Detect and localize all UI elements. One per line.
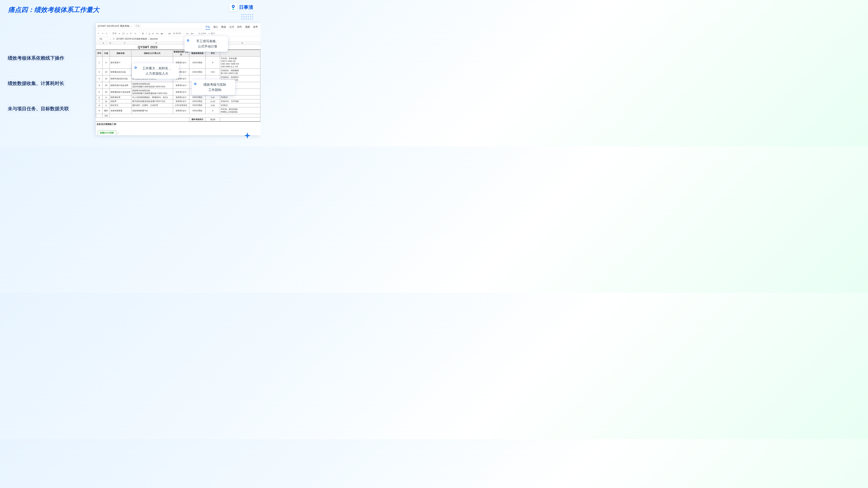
italic-icon[interactable]: I (146, 32, 146, 35)
table-row: 520销售额目标计划达成率依据每月的销售目标 实际销售额/计划销售额目标*100… (96, 89, 260, 95)
bullet-point-3: 未与项目任务、目标数据关联 (6, 105, 70, 112)
menu-view[interactable]: 视图 (245, 25, 250, 30)
column-headers[interactable]: A B C D E F G H (96, 41, 260, 45)
callout-disconnect: 绩效考核与实际 工作脱钩 (192, 79, 235, 95)
format-painter-icon[interactable]: ✎ (105, 32, 107, 35)
decorative-dots (241, 14, 253, 20)
underline-icon[interactable]: U (149, 32, 150, 35)
strike-icon[interactable]: A̶ (152, 32, 154, 35)
logo-icon (229, 3, 237, 11)
slide-title: 痛点四：绩效考核体系工作量大 (8, 5, 99, 14)
merge-dropdown[interactable]: ⊡ 合并▾ (198, 32, 206, 35)
align-left-icon[interactable]: ≡▾ (186, 32, 188, 35)
add-sheet-icon[interactable]: + (117, 132, 119, 134)
table-row: 9额外设备销售数量设备销售数量*5分财务部/会计ODOO系统0不封顶，新/旧设备… (96, 107, 260, 114)
sparkle-icon (244, 132, 251, 139)
wrap-dropdown[interactable]: ↵ 换行 (208, 32, 215, 35)
undo-icon[interactable]: ↶ (98, 32, 99, 35)
menu-insert[interactable]: 插入 (213, 25, 218, 30)
font-size[interactable]: 20 (122, 32, 124, 35)
logo-text: 日事清 (239, 4, 253, 10)
menu-start[interactable]: 开始 (206, 25, 210, 30)
sheet-merged-title: QYSMT 2023 -Jasmine (96, 45, 260, 50)
fill-color-icon[interactable]: ◆▾ (161, 32, 163, 35)
bold-icon[interactable]: B (142, 32, 144, 35)
readonly-badge: 只读 (134, 24, 141, 28)
align-v-icon[interactable]: ≣▾ (191, 32, 193, 35)
decrease-font-icon[interactable]: A⁻ (135, 32, 137, 35)
redo-icon[interactable]: ↷ (102, 32, 103, 35)
cell-reference[interactable]: A1 (98, 37, 108, 41)
increase-font-icon[interactable]: A⁺ (130, 32, 132, 35)
font-select[interactable]: 宋体 (112, 32, 117, 35)
footer-label: 业务员月度绩效工资: (96, 122, 260, 127)
kpi-table: 序号 分值 指标名称 指标定义/计算公式 数据提供部门/职位 数据来源依据 评分… (96, 50, 260, 122)
fx-icon[interactable]: ⌕ fx (110, 38, 115, 40)
bullet-point-1: 绩效考核体系依赖线下操作 (6, 54, 66, 62)
callout-manual-fill: 手工填写表格、 公式手动计算 (184, 36, 228, 52)
border-icon[interactable]: ⊞▾ (168, 32, 171, 35)
font-color-icon[interactable]: A▾ (156, 32, 158, 35)
logo: 日事清 (229, 3, 253, 11)
toolbar[interactable]: ↶ ↷ ✎ | 宋体 ▾ 20 ▾ A⁺ A⁻ | B I U A̶ A▾ ◆▾… (96, 31, 260, 36)
menu-data[interactable]: 数据 (221, 25, 226, 30)
svg-point-1 (232, 9, 235, 10)
spreadsheet-screenshot: QYSMT 2023年10月 绩效考核-… 只读 开始 插入 数据 公式 协作 … (96, 23, 260, 135)
formula-bar[interactable]: QYSMT 2023年10月绩效考核表 ---Jasmine (116, 37, 158, 40)
table-row: 715回款率每月实际金额/总回款金额*100%*15分财务部/会计ODOO系统1… (96, 99, 260, 103)
menu-formula[interactable]: 公式 (229, 25, 234, 30)
style-dropdown[interactable]: ⊞ 样式▾ (173, 32, 181, 35)
table-row: 65销售增长率与上月的销售额相比，每增加5%，加1分财务部/会计ODOO系统3.… (96, 95, 260, 99)
menu-efficiency[interactable]: 效率 (253, 25, 258, 30)
callout-workload: 工作量大，耗时长， 人力资源投入大 (132, 63, 179, 79)
table-row: 85组长评分团队协作，纪律性，主动性等公司/业务组长ODOO系统5.00封顶5分… (96, 103, 260, 107)
sheet-tab[interactable]: 薪酬&KPI调整 (98, 130, 116, 135)
svg-point-0 (233, 6, 234, 7)
menu-collab[interactable]: 协作 (237, 25, 242, 30)
bullet-point-2: 绩效数据收集、计算耗时长 (6, 79, 66, 87)
table-row: 420销售利润计划达成率依据每月的销售目标 实际利润额/计划利润目标*100%*… (96, 82, 260, 89)
doc-title: QYSMT 2023年10月 绩效考核-… (98, 24, 132, 28)
